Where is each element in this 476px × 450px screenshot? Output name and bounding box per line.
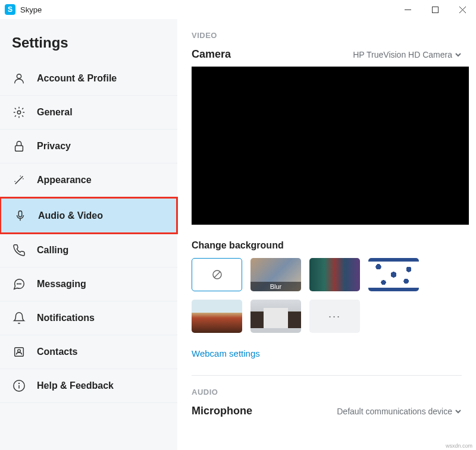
contacts-icon — [12, 345, 26, 359]
bg-option-none[interactable] — [192, 258, 242, 291]
sidebar-item-label: Messaging — [37, 279, 86, 289]
chevron-down-icon — [455, 408, 462, 415]
person-icon — [12, 71, 26, 86]
sidebar-item-notifications[interactable]: Notifications — [0, 301, 177, 335]
sidebar-item-label: General — [37, 107, 73, 118]
camera-value: HP TrueVision HD Camera — [353, 50, 452, 59]
audio-section-label: AUDIO — [192, 388, 462, 396]
info-icon — [12, 379, 26, 393]
lock-icon — [12, 139, 26, 153]
watermark: wsxdn.com — [446, 443, 472, 449]
microphone-selector[interactable]: Default communications device — [337, 407, 462, 416]
sidebar-item-contacts[interactable]: Contacts — [0, 335, 177, 369]
microphone-label: Microphone — [192, 405, 252, 417]
sidebar-item-label: Notifications — [37, 313, 95, 323]
sidebar-item-label: Help & Feedback — [37, 380, 114, 391]
svg-rect-6 — [15, 146, 23, 151]
chevron-down-icon — [455, 51, 462, 58]
skype-app-icon: S — [5, 4, 15, 15]
sidebar-item-account[interactable]: Account & Profile — [0, 62, 177, 96]
sidebar-item-label: Contacts — [37, 347, 77, 357]
svg-point-15 — [19, 383, 20, 383]
camera-label: Camera — [192, 48, 231, 61]
close-button[interactable] — [449, 0, 476, 19]
bg-option-more[interactable]: ··· — [309, 300, 360, 333]
bg-option-blur[interactable]: Blur — [250, 258, 301, 291]
bg-option-image-1[interactable] — [309, 258, 360, 291]
bg-option-image-3[interactable] — [192, 300, 242, 333]
sidebar-item-messaging[interactable]: Messaging — [0, 268, 177, 301]
window-title: Skype — [20, 5, 42, 14]
phone-icon — [12, 243, 26, 257]
sidebar-item-general[interactable]: General — [0, 96, 177, 130]
settings-sidebar: Settings Account & Profile General Priva… — [0, 19, 177, 450]
sidebar-item-calling[interactable]: Calling — [0, 234, 177, 268]
webcam-settings-link[interactable]: Webcam settings — [192, 348, 260, 358]
bell-icon — [12, 311, 26, 325]
svg-point-4 — [17, 74, 21, 78]
svg-rect-1 — [432, 7, 438, 12]
svg-point-10 — [20, 284, 21, 284]
sidebar-item-appearance[interactable]: Appearance — [0, 163, 177, 197]
settings-title: Settings — [0, 19, 177, 62]
svg-point-12 — [18, 350, 21, 353]
sidebar-item-label: Audio & Video — [38, 210, 103, 221]
section-divider — [192, 375, 462, 376]
change-background-label: Change background — [192, 240, 462, 251]
minimize-button[interactable] — [394, 0, 421, 19]
video-section-label: VIDEO — [192, 31, 462, 40]
sidebar-item-label: Calling — [37, 245, 68, 256]
camera-selector[interactable]: HP TrueVision HD Camera — [353, 50, 462, 59]
svg-line-17 — [214, 272, 220, 278]
bg-option-image-4[interactable] — [250, 300, 301, 333]
gear-icon — [12, 105, 26, 119]
chat-icon — [12, 277, 26, 291]
sidebar-item-label: Privacy — [37, 141, 71, 152]
window-titlebar: S Skype — [0, 0, 476, 19]
sidebar-item-label: Account & Profile — [37, 73, 117, 84]
microphone-value: Default communications device — [337, 407, 452, 416]
bg-option-image-2[interactable] — [368, 258, 419, 291]
svg-point-9 — [19, 284, 20, 284]
sidebar-item-label: Appearance — [37, 175, 92, 185]
svg-point-8 — [17, 284, 18, 284]
main-content: VIDEO Camera HP TrueVision HD Camera Cha… — [177, 19, 476, 450]
sidebar-item-privacy[interactable]: Privacy — [0, 130, 177, 163]
sidebar-item-audio-video[interactable]: Audio & Video — [0, 197, 178, 234]
maximize-button[interactable] — [421, 0, 449, 19]
sidebar-item-help[interactable]: Help & Feedback — [0, 369, 177, 403]
camera-preview — [192, 67, 469, 225]
blur-label: Blur — [250, 282, 301, 291]
svg-point-5 — [17, 111, 21, 114]
background-grid: Blur ··· — [192, 258, 462, 333]
microphone-icon — [13, 209, 27, 223]
none-icon — [212, 269, 223, 280]
wand-icon — [12, 173, 26, 187]
svg-rect-7 — [18, 210, 22, 216]
